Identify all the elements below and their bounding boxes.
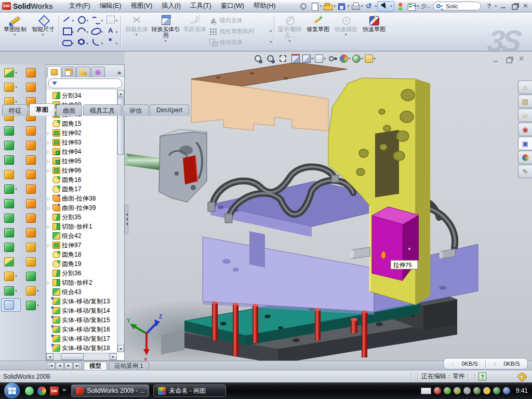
- command-tab[interactable]: 评估: [123, 104, 149, 116]
- search-input[interactable]: ▾Solic: [433, 2, 481, 10]
- task-pane-tab[interactable]: [518, 81, 532, 94]
- tray-icon[interactable]: [463, 387, 471, 394]
- tree-item[interactable]: ▷ 实体-移动/复制13: [46, 297, 117, 306]
- expand-arrow-icon[interactable]: ▷: [47, 281, 52, 285]
- surface-tool-button[interactable]: ▾: [23, 240, 43, 255]
- tree-item[interactable]: ▷ 圆角15: [46, 119, 117, 128]
- menu-item[interactable]: 编辑(E): [95, 0, 126, 12]
- tree-item[interactable]: ▷ 拉伸95: [46, 156, 117, 166]
- tree-item[interactable]: ▷ 分割36: [46, 269, 117, 278]
- sketch-entity-button[interactable]: ▾: [104, 25, 118, 36]
- taskbar-window-button[interactable]: SolidWorks 2009 - ...: [71, 384, 149, 397]
- convert-entities-button[interactable]: 转换实体引用▾: [151, 14, 181, 49]
- feature-tool-button[interactable]: ▾: [1, 196, 21, 211]
- tree-item[interactable]: ▷ 切除-放样1: [46, 222, 117, 231]
- tree-item[interactable]: ▷ 圆角17: [46, 184, 117, 194]
- sketch-entity-button[interactable]: ▾: [75, 37, 89, 47]
- tree-item[interactable]: ▷ 实体-移动/复制15: [46, 315, 117, 325]
- tab-propertymanager[interactable]: [62, 66, 76, 77]
- expand-arrow-icon[interactable]: ▷: [47, 168, 52, 173]
- expand-arrow-icon[interactable]: ▷: [47, 196, 52, 201]
- save-button[interactable]: [337, 2, 347, 11]
- expand-arrow-icon[interactable]: ▷: [47, 140, 52, 145]
- tree-item[interactable]: ▷ 实体-移动/复制14: [46, 306, 117, 315]
- surface-tool-button[interactable]: ▾: [23, 65, 43, 80]
- sketch-entity-button[interactable]: ▾: [90, 25, 103, 36]
- toolbar-overflow-label[interactable]: 少..: [421, 2, 430, 10]
- hud-view-button[interactable]: [290, 54, 301, 63]
- trim-entities-button[interactable]: 剪裁实体▾: [123, 14, 151, 49]
- task-pane-tab[interactable]: [518, 151, 532, 164]
- window-minimize-button[interactable]: [499, 2, 508, 10]
- tabs-overflow-button[interactable]: »: [115, 69, 123, 77]
- tree-item[interactable]: ▷ 圆角18: [46, 250, 117, 259]
- quick-tips-button[interactable]: ?: [478, 373, 486, 380]
- surface-tool-button[interactable]: ▾: [23, 225, 43, 240]
- sketch-entity-button[interactable]: ▾: [61, 25, 74, 36]
- select-tool-button[interactable]: ▾: [377, 1, 394, 11]
- surface-tool-button[interactable]: ▾: [23, 153, 43, 167]
- surface-tool-button[interactable]: ▾: [23, 284, 43, 298]
- tree-item[interactable]: ▷ 拉伸92: [46, 128, 117, 138]
- tree-item[interactable]: ▷ 分割35: [46, 212, 117, 222]
- quicklaunch-browser-icon[interactable]: [37, 387, 46, 395]
- hud-view-button[interactable]: [277, 54, 288, 63]
- taskbar-window-button[interactable]: 未命名 - 画图: [153, 384, 226, 397]
- hud-view-button[interactable]: [327, 54, 338, 63]
- task-pane-tab[interactable]: [518, 95, 532, 108]
- feature-tool-button[interactable]: ▾: [1, 211, 21, 225]
- sketch-entity-button[interactable]: ▾: [75, 25, 89, 36]
- tan-top-block-part[interactable]: [191, 62, 347, 131]
- surface-tool-button[interactable]: ▾: [23, 182, 43, 196]
- surface-tool-button[interactable]: ▾: [23, 211, 43, 225]
- tab-scroll-next-button[interactable]: ►: [64, 362, 73, 369]
- tree-item[interactable]: ▷ 实体-移动/复制16: [46, 325, 117, 334]
- tree-item[interactable]: ▷ 拉伸94: [46, 147, 117, 156]
- gray-clamp-part[interactable]: [125, 129, 208, 202]
- tree-item[interactable]: ▷ 实体-移动/复制18: [46, 343, 117, 352]
- panel-splitter-handle[interactable]: [125, 205, 128, 234]
- sketch-entity-button[interactable]: ▾: [61, 37, 74, 47]
- feature-tool-button[interactable]: ▾: [1, 225, 21, 240]
- feature-tool-button[interactable]: ▾: [1, 240, 21, 255]
- tab-scroll-last-button[interactable]: ►|: [73, 362, 82, 369]
- feature-tool-button[interactable]: ▾: [1, 269, 21, 284]
- quicklaunch-messenger-icon[interactable]: [25, 387, 34, 395]
- feature-tool-button[interactable]: ▾: [1, 138, 21, 153]
- print-button[interactable]: [350, 2, 361, 11]
- command-tab[interactable]: 草图: [29, 103, 55, 116]
- repair-sketch-button[interactable]: 修复草图: [304, 14, 332, 49]
- expand-arrow-icon[interactable]: ▷: [47, 159, 52, 164]
- undo-button[interactable]: [364, 2, 375, 11]
- tree-vertical-scrollbar[interactable]: ▲ ▼: [117, 90, 124, 352]
- menu-item[interactable]: 视图(V): [126, 0, 157, 12]
- tree-item[interactable]: ▷ 圆角16: [46, 175, 117, 184]
- open-document-button[interactable]: [323, 2, 333, 11]
- window-restore-button[interactable]: [510, 2, 519, 10]
- tag-icon[interactable]: [517, 371, 527, 382]
- quicklaunch-overflow-button[interactable]: »: [62, 385, 66, 393]
- feature-tool-button[interactable]: ▾: [1, 65, 21, 80]
- feature-tool-button[interactable]: ▾: [1, 284, 21, 298]
- doc-close-button[interactable]: [517, 56, 526, 63]
- quick-snaps-button[interactable]: 快速捕捉▾: [332, 14, 360, 49]
- graphics-viewport[interactable]: 拉伸75 Y Z X: [125, 51, 532, 361]
- tray-icon[interactable]: [473, 387, 481, 394]
- expand-arrow-icon[interactable]: ▷: [47, 206, 52, 210]
- options-button[interactable]: [406, 2, 417, 11]
- scroll-down-button[interactable]: ▼: [117, 345, 124, 352]
- hud-view-button[interactable]: [252, 54, 263, 63]
- expand-arrow-icon[interactable]: ▷: [47, 150, 52, 154]
- start-button[interactable]: [4, 383, 20, 398]
- tray-icon[interactable]: [503, 387, 510, 394]
- hud-view-button[interactable]: [265, 54, 276, 63]
- gray-shim-plate[interactable]: [161, 330, 184, 354]
- keyboard-layout-icon[interactable]: [421, 388, 431, 394]
- task-pane-tab[interactable]: [518, 165, 532, 178]
- command-tab[interactable]: 模具工具: [83, 104, 122, 116]
- tree-item[interactable]: ▷ 拉伸96: [46, 166, 117, 175]
- hud-view-button[interactable]: [365, 54, 376, 63]
- feature-tool-button[interactable]: ▾: [1, 182, 21, 196]
- tab-dimxpertmanager[interactable]: [91, 66, 105, 77]
- sketch-button[interactable]: 草图绘制▾: [1, 14, 29, 49]
